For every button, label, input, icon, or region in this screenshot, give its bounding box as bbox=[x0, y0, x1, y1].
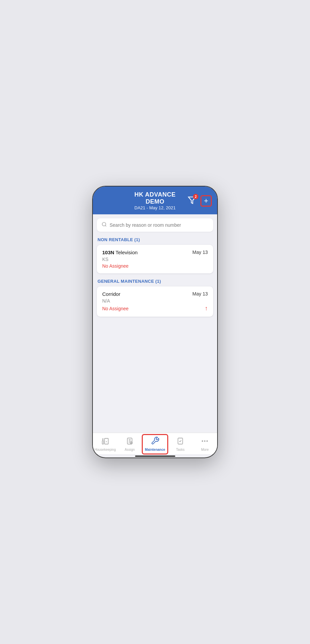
search-input[interactable] bbox=[110, 222, 208, 228]
content-area: NON RENTABLE (1) 103N Television May 13 … bbox=[93, 214, 217, 433]
card-code: KS bbox=[102, 257, 208, 262]
device-frame: HK ADVANCE DEMO DA21 - May 12, 2021 2 + bbox=[92, 186, 218, 458]
tasks-icon bbox=[176, 437, 184, 446]
nav-more[interactable]: More bbox=[193, 436, 217, 453]
card-103n[interactable]: 103N Television May 13 KS No Assignee bbox=[97, 245, 213, 273]
svg-line-2 bbox=[105, 225, 106, 226]
housekeeping-icon bbox=[101, 437, 109, 446]
nav-tasks-label: Tasks bbox=[176, 448, 185, 451]
nav-housekeeping-label: Housekeeping bbox=[95, 448, 116, 451]
card-reason: Television bbox=[116, 250, 138, 255]
header-title-block: HK ADVANCE DEMO DA21 - May 12, 2021 bbox=[125, 191, 185, 210]
add-button[interactable]: + bbox=[200, 195, 212, 207]
card-code: N/A bbox=[102, 298, 208, 304]
section-non-rentable: NON RENTABLE (1) 103N Television May 13 … bbox=[97, 237, 213, 279]
app-title: HK ADVANCE DEMO bbox=[125, 191, 185, 205]
search-container bbox=[97, 218, 213, 232]
svg-point-20 bbox=[204, 441, 205, 441]
card-assignee: No Assignee ↑ bbox=[102, 305, 208, 312]
filter-button[interactable]: 2 bbox=[186, 195, 198, 207]
card-location: 103N Television bbox=[102, 250, 138, 255]
card-date: May 13 bbox=[192, 250, 208, 255]
nav-assign[interactable]: Assign bbox=[117, 436, 142, 453]
filter-badge: 2 bbox=[193, 194, 198, 199]
section-non-rentable-header: NON RENTABLE (1) bbox=[97, 237, 213, 242]
card-corridor[interactable]: Corridor May 13 N/A No Assignee ↑ bbox=[97, 286, 213, 317]
nav-more-label: More bbox=[201, 448, 209, 451]
bottom-nav: Housekeeping Assign bbox=[93, 433, 217, 454]
maintenance-icon bbox=[151, 436, 160, 446]
nav-housekeeping[interactable]: Housekeeping bbox=[93, 436, 117, 453]
home-indicator bbox=[135, 455, 175, 457]
more-icon bbox=[201, 437, 209, 446]
priority-up-arrow-icon: ↑ bbox=[205, 305, 208, 312]
search-icon bbox=[102, 222, 107, 228]
card-room: 103N bbox=[102, 250, 114, 255]
section-general-maintenance: GENERAL MAINTENANCE (1) Corridor May 13 … bbox=[97, 279, 213, 322]
svg-point-1 bbox=[102, 222, 106, 226]
svg-point-19 bbox=[202, 441, 203, 441]
assign-icon bbox=[126, 437, 134, 446]
app-subtitle: DA21 - May 12, 2021 bbox=[125, 205, 185, 210]
card-location: Corridor bbox=[102, 291, 120, 297]
assignee-label: No Assignee bbox=[102, 306, 129, 311]
card-date: May 13 bbox=[192, 291, 208, 297]
svg-rect-3 bbox=[102, 441, 104, 444]
app-header: HK ADVANCE DEMO DA21 - May 12, 2021 2 + bbox=[93, 186, 217, 214]
card-reason: Corridor bbox=[102, 291, 120, 297]
nav-maintenance-label: Maintenance bbox=[145, 448, 165, 451]
assignee-label: No Assignee bbox=[102, 263, 129, 269]
nav-maintenance[interactable]: Maintenance bbox=[143, 435, 167, 453]
nav-tasks[interactable]: Tasks bbox=[168, 436, 192, 453]
card-assignee: No Assignee bbox=[102, 263, 208, 269]
nav-assign-label: Assign bbox=[125, 448, 135, 451]
section-general-maintenance-header: GENERAL MAINTENANCE (1) bbox=[97, 279, 213, 284]
card-top-row: Corridor May 13 bbox=[102, 291, 208, 297]
card-top-row: 103N Television May 13 bbox=[102, 250, 208, 255]
svg-point-21 bbox=[207, 441, 207, 441]
header-actions: 2 + bbox=[185, 195, 212, 207]
